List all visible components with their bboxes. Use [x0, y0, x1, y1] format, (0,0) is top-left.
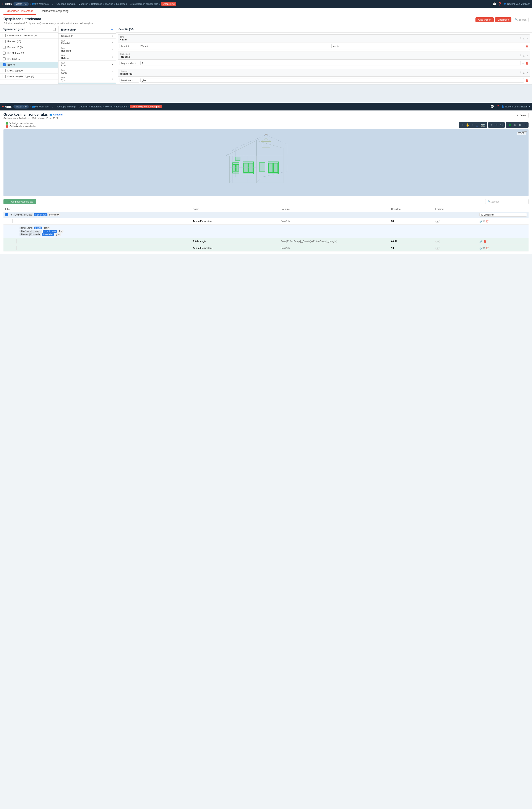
plus-icon-add: + [6, 200, 7, 203]
person-icon[interactable]: 🚶 [475, 123, 480, 127]
row1-expand[interactable]: ▼ [10, 213, 13, 217]
prop-type[interactable]: Item Type + [58, 75, 116, 83]
breadcrumb-2: 👥 02 Webinars › ... › Voorlopig ontwerp … [32, 105, 489, 108]
prop-group-ifc-type[interactable]: IFC Type (5) [0, 56, 58, 62]
type-add[interactable]: + [112, 78, 113, 80]
rotate-icon[interactable]: ↻ [494, 123, 499, 127]
card1-delete[interactable]: 🗑 [525, 45, 528, 48]
add-qty-button[interactable]: + + Voeg hoeveelheid toe [3, 199, 36, 204]
search-box-table[interactable]: 🔍 Zoeken [485, 199, 529, 204]
hidden-add[interactable]: + [112, 56, 113, 58]
chat-icon[interactable]: 💬 [493, 2, 496, 6]
nav-plan[interactable]: Meten Pro [14, 2, 29, 6]
clone-icon-3[interactable]: ⧉ [483, 247, 485, 250]
nav-plan-2[interactable]: Meten Pro [14, 105, 29, 108]
prop-material[interactable]: Item Material + [58, 38, 116, 46]
edit-icon[interactable]: ✏ [490, 123, 494, 127]
cursor-icon[interactable]: ⊹ [460, 123, 464, 127]
toolbar-group-1: ⊹ ✋ ↓ 🚶 📷 [459, 122, 487, 128]
layers-icon[interactable]: ⊞ [513, 123, 517, 127]
col-naam: Naam [191, 206, 279, 212]
card3-drag-icon[interactable]: ⠿ [520, 71, 521, 74]
arrow-down-icon[interactable]: ↓ [471, 123, 474, 127]
tab-resultaat[interactable]: Resultaat van opsplitsing [36, 8, 72, 15]
cloud-icon[interactable]: ☁ [264, 132, 268, 136]
delete-icon-1[interactable]: 🗑 [486, 219, 489, 223]
prop-icon[interactable]: Item Icon + [58, 61, 116, 68]
card3-close-icon[interactable]: ✕ [526, 71, 528, 74]
brand: + +IBIS [2, 2, 12, 6]
section-gap [0, 85, 532, 90]
hand-icon[interactable]: ✋ [465, 123, 470, 127]
tab-opsplitsen[interactable]: Opsplitsen uittrekstaat [3, 8, 36, 15]
card1-value[interactable]: kozijn [331, 44, 524, 48]
link-icon-2[interactable]: 🔗 [479, 240, 483, 243]
opsplitsen-row-btn[interactable]: ⊞ Opsplitsen [479, 213, 527, 217]
help-icon[interactable]: ❓ [498, 2, 502, 6]
user-menu[interactable]: 👤 Roderik von Maltzahn [503, 3, 530, 5]
clone-icon-1[interactable]: ⧉ [483, 220, 485, 223]
chat-icon-2[interactable]: 💬 [491, 105, 494, 108]
share-button[interactable]: ↗ Delen [514, 113, 529, 118]
selection-card-element: Element IfcMaterial ⠿ ∧ ✕ bevat niet ▾ [118, 69, 530, 84]
toolbar-3d: ⊹ ✋ ↓ 🚶 📷 ✏ ↻ ⬡ 🌲 ⊞ ⚙ ⊡ [459, 121, 529, 129]
prop-group-klokgroep[interactable]: KlokGroep (10) [0, 68, 58, 74]
prop-group-element-id[interactable]: Element ID (1) [0, 45, 58, 50]
selection-card-item-name: Item Name ⠿ ∧ ✕ bevat ▾ [118, 34, 530, 50]
card3-up-icon[interactable]: ∧ [523, 71, 525, 74]
search-box-1[interactable]: 🔍 Zoeken [513, 17, 529, 22]
video-icon[interactable]: 📷 [480, 123, 486, 127]
panel2-add-btn[interactable]: + [111, 28, 113, 32]
prop-source-file[interactable]: Source File + [58, 34, 116, 38]
card1-drag-icon[interactable]: ⠿ [520, 37, 521, 40]
card2-close-icon[interactable]: ✕ [526, 54, 528, 57]
table-row-totale-lengte: Totale lengte Som((2* KlokGroep | _Breed… [3, 238, 529, 245]
row1-checkbox[interactable] [5, 213, 8, 217]
card1-up-icon[interactable]: ∧ [523, 37, 525, 40]
prop-name[interactable]: Item Name + [58, 83, 116, 84]
card1-name: Name [120, 38, 127, 41]
panel2-header: Eigenschap + [58, 26, 116, 34]
delete-icon-2[interactable]: 🗑 [483, 240, 486, 243]
cube-icon[interactable]: ⬡ [499, 123, 503, 127]
prop-group-klokgroen[interactable]: KlokGroen (IFC Type) (5) [0, 74, 58, 80]
card1-close-icon[interactable]: ✕ [526, 37, 528, 40]
tree-icon[interactable]: 🌲 [507, 123, 513, 127]
toolbar-group-3: 🌲 ⊞ ⚙ ⊡ [506, 122, 529, 128]
card2-drag-icon[interactable]: ⠿ [520, 54, 521, 57]
prop-group-element[interactable]: Element (13) [0, 38, 58, 45]
user-menu-2[interactable]: 👤 Roderik von Maltzahn ▾ [501, 105, 530, 108]
prop-guid[interactable]: Item GUID + [58, 68, 116, 75]
indent-line-1 [12, 219, 13, 223]
link-icon-3[interactable]: 🔗 [479, 247, 483, 250]
prop-group-classification[interactable]: Classification: Uniformat (3) [0, 33, 58, 38]
guid-add[interactable]: + [112, 70, 113, 73]
frame-icon[interactable]: ⊡ [523, 123, 527, 127]
view3d-canvas: VOOR [3, 129, 529, 196]
card3-delete[interactable]: 🗑 [525, 79, 528, 82]
card3-option-select[interactable]: bevat niet ▾ [120, 78, 139, 83]
delete-icon-3[interactable]: 🗑 [486, 246, 489, 250]
card2-up-icon[interactable]: ∧ [523, 54, 525, 57]
clear-button[interactable]: Alles wissen [476, 17, 494, 22]
source-file-add[interactable]: + [112, 35, 113, 37]
card2-delete[interactable]: 🗑 [525, 62, 528, 65]
prop-group-item[interactable]: Item (9) [0, 62, 58, 68]
required-add[interactable]: + [112, 48, 113, 51]
gear-icon-tb[interactable]: ⚙ [518, 123, 522, 127]
card3-value[interactable]: glas [140, 78, 524, 83]
panel1-checkbox-all[interactable] [53, 28, 56, 31]
opsplitsen-button[interactable]: Opsplitsen [495, 17, 511, 22]
col-resultaat: Resultaat [390, 206, 434, 212]
card2-option-select[interactable]: is groter dan ▾ [120, 61, 139, 65]
help-icon-2[interactable]: ❓ [496, 105, 499, 108]
prop-group-ifc-material[interactable]: IFC Material (5) [0, 50, 58, 56]
prop-hidden[interactable]: Item Hidden + [58, 53, 116, 61]
icon-add[interactable]: + [112, 63, 113, 66]
card1-option-select[interactable]: bevat ▾ [120, 44, 139, 48]
prop-required[interactable]: Item Required + [58, 46, 116, 53]
toolbar-group-2: ✏ ↻ ⬡ [488, 122, 505, 128]
link-icon-1[interactable]: 🔗 [479, 220, 483, 223]
card2-value[interactable]: 1 [140, 61, 521, 65]
material-add[interactable]: + [112, 41, 113, 44]
